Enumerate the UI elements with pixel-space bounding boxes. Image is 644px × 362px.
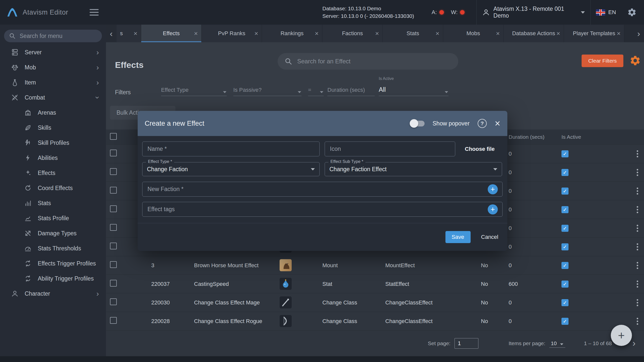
page-settings-gear-icon[interactable] — [629, 55, 641, 66]
sidebar-item-damage-types[interactable]: Damage Types — [0, 226, 106, 241]
choose-file-button[interactable]: Choose file — [463, 142, 496, 156]
sidebar-item-stats[interactable]: Stats — [0, 196, 106, 211]
duration-filter[interactable]: Duration (secs) — [327, 80, 375, 96]
sidebar-item-abilities[interactable]: Abilities — [0, 150, 106, 165]
tab-pvp-ranks[interactable]: PvP Ranks × — [202, 25, 262, 42]
cancel-button[interactable]: Cancel — [480, 234, 500, 241]
name-input[interactable] — [147, 145, 315, 153]
clear-filters-button[interactable]: Clear Filters — [582, 55, 623, 67]
row-checkbox[interactable] — [110, 243, 117, 249]
close-icon[interactable]: × — [315, 30, 319, 37]
settings-gear-icon[interactable] — [627, 8, 637, 17]
is-active-checkbox[interactable]: ✓ — [561, 262, 569, 269]
row-checkbox[interactable] — [110, 280, 117, 287]
language-selector[interactable]: EN — [596, 0, 616, 25]
is-passive-filter[interactable]: Is Passive? — [233, 80, 301, 96]
effect-type-select[interactable]: Effect Type * Change Faction — [142, 162, 320, 176]
kebab-menu-icon[interactable] — [632, 260, 642, 270]
tab-partial[interactable]: s × — [117, 25, 141, 42]
sidebar-search-input[interactable] — [19, 32, 97, 40]
show-popover-toggle[interactable] — [410, 121, 425, 126]
sidebar-item-item[interactable]: Item › — [0, 75, 106, 90]
tab-player-templates[interactable]: Player Templates × — [564, 25, 624, 42]
row-checkbox[interactable] — [110, 261, 117, 268]
is-active-checkbox[interactable]: ✓ — [561, 299, 569, 306]
is-active-checkbox[interactable]: ✓ — [561, 150, 569, 157]
add-tag-button[interactable]: + — [488, 204, 498, 214]
sidebar-item-stats-thresholds[interactable]: Stats Thresholds — [0, 241, 106, 256]
row-checkbox[interactable] — [110, 205, 117, 212]
is-active-checkbox[interactable]: ✓ — [561, 206, 569, 213]
add-faction-button[interactable]: + — [488, 184, 498, 194]
row-checkbox[interactable] — [110, 168, 117, 175]
tabs-scroll-right-icon[interactable]: › — [633, 25, 644, 42]
tabs-scroll-left-icon[interactable]: ‹ — [106, 25, 117, 42]
tab-rankings[interactable]: Rankings × — [262, 25, 322, 42]
icon-input[interactable] — [329, 145, 450, 153]
sidebar-item-effects[interactable]: Effects — [0, 165, 106, 180]
effect-tags-input[interactable] — [147, 206, 488, 213]
add-effect-fab[interactable]: + — [611, 325, 632, 346]
is-active-checkbox[interactable]: ✓ — [561, 243, 569, 250]
is-active-checkbox[interactable]: ✓ — [561, 318, 569, 325]
effect-type-filter[interactable]: Effect Type — [161, 80, 227, 96]
sidebar-item-mob[interactable]: Mob › — [0, 60, 106, 75]
close-icon[interactable]: × — [375, 30, 379, 37]
is-active-filter[interactable]: Is Active All — [379, 80, 448, 96]
new-faction-input[interactable] — [147, 186, 488, 193]
sidebar-item-server[interactable]: Server › — [0, 45, 106, 60]
tab-database-actions[interactable]: Database Actions × — [504, 25, 564, 42]
kebab-menu-icon[interactable] — [632, 242, 642, 252]
is-active-checkbox[interactable]: ✓ — [561, 225, 569, 232]
next-page-icon[interactable]: › — [632, 338, 635, 349]
is-active-checkbox[interactable]: ✓ — [561, 281, 569, 288]
set-page-input[interactable] — [454, 338, 478, 349]
kebab-menu-icon[interactable] — [632, 316, 642, 326]
items-per-page-select[interactable]: 10 — [549, 339, 565, 348]
tab-stats[interactable]: Stats × — [383, 25, 443, 42]
row-checkbox[interactable] — [110, 317, 117, 324]
row-checkbox[interactable] — [110, 150, 117, 156]
close-icon[interactable]: × — [556, 30, 560, 37]
sidebar-item-combat[interactable]: Combat › — [0, 90, 106, 105]
kebab-menu-icon[interactable] — [632, 223, 642, 233]
sidebar-item-skill-profiles[interactable]: Skill Profiles — [0, 135, 106, 150]
sidebar-item-skills[interactable]: Skills — [0, 120, 106, 135]
tab-mobs[interactable]: Mobs × — [443, 25, 504, 42]
tab-factions[interactable]: Factions × — [322, 25, 383, 42]
select-all-checkbox[interactable] — [110, 133, 117, 140]
kebab-menu-icon[interactable] — [632, 279, 642, 289]
close-icon[interactable]: × — [495, 119, 500, 128]
sidebar-item-stats-profile[interactable]: Stats Profile — [0, 211, 106, 226]
kebab-menu-icon[interactable] — [632, 167, 642, 177]
sidebar-item-effects-trigger-profiles[interactable]: Effects Trigger Profiles — [0, 256, 106, 271]
row-checkbox[interactable] — [110, 187, 117, 194]
cell-id: 220037 — [151, 281, 194, 287]
kebab-menu-icon[interactable] — [632, 298, 642, 308]
effect-search-input[interactable] — [297, 58, 451, 65]
row-checkbox[interactable] — [110, 298, 117, 305]
kebab-menu-icon[interactable] — [632, 149, 642, 159]
kebab-menu-icon[interactable] — [632, 186, 642, 196]
is-active-checkbox[interactable]: ✓ — [561, 188, 569, 195]
sidebar-item-character[interactable]: Character › — [0, 286, 106, 301]
save-button[interactable]: Save — [445, 231, 471, 243]
close-icon[interactable]: × — [436, 30, 439, 37]
kebab-menu-icon[interactable] — [632, 205, 642, 215]
help-icon[interactable]: ? — [478, 119, 487, 128]
close-icon[interactable]: × — [617, 30, 621, 37]
operator-filter[interactable]: = — [308, 80, 324, 96]
profile-selector[interactable]: Atavism X.13 - Remote 001 Demo — [476, 0, 591, 25]
sidebar-item-ability-trigger-profiles[interactable]: Ability Trigger Profiles — [0, 271, 106, 286]
hamburger-menu-icon[interactable] — [90, 9, 99, 16]
close-icon[interactable]: × — [134, 30, 137, 37]
close-icon[interactable]: × — [496, 30, 500, 37]
tab-effects[interactable]: Effects × — [141, 25, 202, 42]
effect-sub-type-select[interactable]: Effect Sub Type * Change Faction Effect — [325, 162, 502, 176]
close-icon[interactable]: × — [194, 30, 198, 37]
row-checkbox[interactable] — [110, 224, 117, 231]
is-active-checkbox[interactable]: ✓ — [561, 169, 569, 176]
close-icon[interactable]: × — [254, 30, 258, 37]
sidebar-item-arenas[interactable]: Arenas — [0, 105, 106, 120]
sidebar-item-coord-effects[interactable]: Coord Effects — [0, 180, 106, 196]
